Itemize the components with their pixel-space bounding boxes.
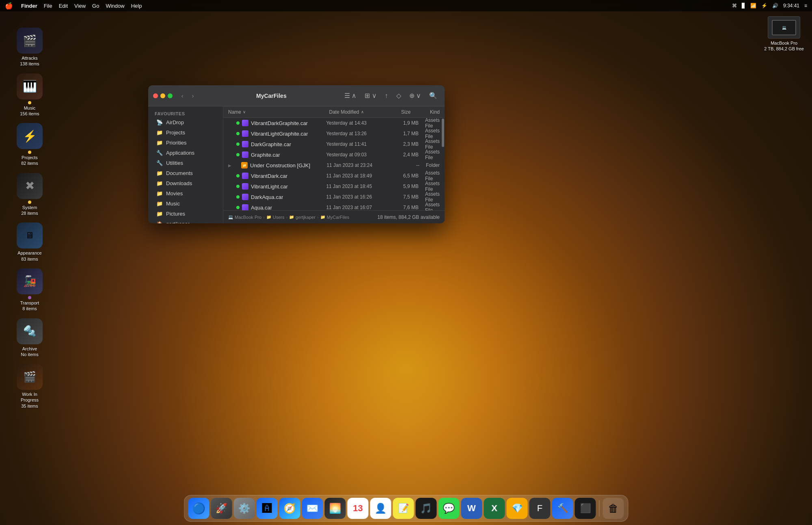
- close-button[interactable]: [153, 93, 158, 98]
- dock-icon-trash[interactable]: 🗑: [603, 498, 624, 519]
- finder-filelist[interactable]: VibrantDarkGraphite.car Yesterday at 14:…: [223, 118, 445, 210]
- menubar-file[interactable]: File: [44, 3, 52, 9]
- dock-separator: [599, 500, 600, 516]
- desktop-icon-attracks[interactable]: 🎬 Attracks138 items: [11, 24, 48, 70]
- dock-icon-sketch[interactable]: 💎: [507, 498, 528, 519]
- menubar-battery: ▊: [742, 3, 745, 9]
- dock-icon-calendar[interactable]: 13: [348, 498, 369, 519]
- menubar-help[interactable]: Help: [131, 3, 142, 9]
- sidebar-item-pictures[interactable]: 📁 Pictures: [150, 209, 221, 218]
- sidebar-item-music[interactable]: 📁 Music: [150, 199, 221, 208]
- expand-icon[interactable]: ▶: [228, 163, 231, 168]
- menubar-view[interactable]: View: [74, 3, 86, 9]
- file-row[interactable]: VibrantLight.car 11 Jan 2023 at 18:45 5,…: [223, 181, 445, 192]
- menubar-wifi[interactable]: 📶: [750, 3, 756, 9]
- scrollbar-thumb[interactable]: [442, 119, 444, 147]
- file-name-label: Aqua.car: [251, 205, 272, 211]
- desktop-icon-macbook[interactable]: 💻 MacBook Pro2 TB, 884,2 GB free: [764, 16, 804, 52]
- menubar-finder[interactable]: Finder: [21, 3, 37, 9]
- sidebar-item-downloads[interactable]: 📁 Downloads: [150, 178, 221, 188]
- apple-menu-icon[interactable]: 🍎: [5, 2, 13, 10]
- dock-icon-word[interactable]: W: [461, 498, 482, 519]
- menubar-edit[interactable]: Edit: [59, 3, 68, 9]
- sidebar-item-utilities[interactable]: 🔧 Utilities: [150, 158, 221, 168]
- col-header-size[interactable]: Size: [401, 109, 430, 115]
- menubar-go[interactable]: Go: [92, 3, 99, 9]
- col-header-name[interactable]: Name ∨: [228, 109, 329, 115]
- dock-icon-photos[interactable]: 🌅: [325, 498, 346, 519]
- dock-icon-terminal[interactable]: ⬛: [575, 498, 596, 519]
- col-header-kind[interactable]: Kind: [430, 109, 440, 115]
- desktop-icon-appearance[interactable]: 🖥 Appearance83 items: [11, 219, 48, 265]
- dock-icon-messages[interactable]: 💬: [438, 498, 460, 519]
- dock-icon-contacts[interactable]: 👤: [370, 498, 391, 519]
- dock-icon-launchpad[interactable]: 🚀: [211, 498, 232, 519]
- view-list-button[interactable]: ☰ ∧: [342, 91, 359, 100]
- desktop-icon-transport[interactable]: 🚂 Transport8 items: [11, 265, 48, 315]
- file-status-indicator: [236, 132, 240, 135]
- file-row[interactable]: DarkAqua.car 11 Jan 2023 at 16:26 7,5 MB…: [223, 192, 445, 202]
- file-size-cell: 2,3 MB: [396, 141, 425, 147]
- menubar-bluetooth[interactable]: ⚡: [761, 3, 767, 9]
- dock-icon-preferences[interactable]: ⚙️: [234, 498, 255, 519]
- file-name-label: VibrantLightGraphite.car: [251, 131, 308, 137]
- sidebar-item-priorities[interactable]: 📁 Priorities: [150, 138, 221, 147]
- menubar-control-center[interactable]: ≡: [804, 3, 807, 9]
- desktop-icon-music-label: Music156 items: [20, 105, 39, 117]
- dock-icon-notes[interactable]: 📝: [393, 498, 414, 519]
- file-type-icon: [242, 183, 248, 190]
- menubar-window[interactable]: Window: [106, 3, 124, 9]
- window-title: MyCarFiles: [201, 93, 342, 99]
- sidebar-item-movies[interactable]: 📁 Movies: [150, 188, 221, 198]
- col-header-date[interactable]: Date Modified ∧: [329, 109, 401, 115]
- sidebar-item-airdrop-label: AirDrop: [166, 119, 184, 125]
- action-button[interactable]: ⊕ ∨: [407, 91, 423, 100]
- desktop-icon-system-label: System28 items: [21, 205, 38, 216]
- forward-button[interactable]: ›: [188, 91, 198, 101]
- file-row[interactable]: VibrantLightGraphite.car Yesterday at 13…: [223, 128, 445, 139]
- sidebar-item-documents[interactable]: 📁 Documents: [150, 168, 221, 178]
- sidebar-item-gertjkaper[interactable]: 🏠 gertjkaper: [150, 219, 221, 223]
- dock-icon-music[interactable]: 🎵: [416, 498, 437, 519]
- finder-columns-header: Name ∨ Date Modified ∧ Size Kind: [223, 106, 445, 118]
- desktop-icon-system[interactable]: ✖ System28 items: [11, 170, 48, 220]
- desktop-icon-archive[interactable]: 🔩 ArchiveNo items: [11, 315, 48, 361]
- file-name-cell: ▶ 📁 Under Construction [GJK]: [228, 162, 326, 169]
- file-row[interactable]: Aqua.car 11 Jan 2023 at 16:07 7,6 MB Ass…: [223, 202, 445, 210]
- desktop-icon-workinprogress-label: Work In Progress35 items: [13, 391, 46, 409]
- file-row[interactable]: DarkGraphite.car Yesterday at 11:41 2,3 …: [223, 139, 445, 149]
- file-row[interactable]: Graphite.car Yesterday at 09:03 2,4 MB A…: [223, 149, 445, 160]
- file-row[interactable]: VibrantDark.car 11 Jan 2023 at 18:49 6,5…: [223, 171, 445, 181]
- dock-icon-excel[interactable]: X: [484, 498, 505, 519]
- scrollbar-track[interactable]: [441, 118, 445, 210]
- share-button[interactable]: ↑: [382, 91, 391, 100]
- minimize-button[interactable]: [160, 93, 165, 98]
- search-button[interactable]: 🔍: [427, 91, 440, 100]
- desktop-icon-workinprogress[interactable]: 🎬 Work In Progress35 items: [11, 361, 48, 412]
- file-name-cell: Aqua.car: [228, 204, 326, 210]
- desktop-icon-projects[interactable]: ⚡ Projects82 items: [11, 120, 48, 170]
- desktop-icon-music[interactable]: 🎹 Music156 items: [11, 70, 48, 120]
- sidebar-item-applications[interactable]: 🔧 Applications: [150, 148, 221, 158]
- dock-icon-appstore[interactable]: 🅰: [257, 498, 278, 519]
- sidebar-item-airdrop[interactable]: 📡 AirDrop: [150, 117, 221, 127]
- dock-icon-safari[interactable]: 🧭: [279, 498, 300, 519]
- file-status-indicator: [236, 143, 240, 146]
- sidebar-item-utilities-label: Utilities: [166, 160, 183, 166]
- tag-button[interactable]: ◇: [394, 91, 404, 100]
- dock-icon-figma[interactable]: F: [529, 498, 551, 519]
- back-button[interactable]: ‹: [177, 91, 187, 101]
- file-size-cell: 2,4 MB: [396, 152, 425, 158]
- maximize-button[interactable]: [168, 93, 173, 98]
- file-row[interactable]: VibrantDarkGraphite.car Yesterday at 14:…: [223, 118, 445, 128]
- file-row[interactable]: ▶ 📁 Under Construction [GJK] 11 Jan 2023…: [223, 160, 445, 171]
- view-grid-button[interactable]: ⊞ ∨: [362, 91, 379, 100]
- path-mycarfiles: 📁 MyCarFiles: [320, 215, 350, 220]
- dock-icon-xcode[interactable]: 🔨: [552, 498, 573, 519]
- dock-icon-mail[interactable]: ✉️: [302, 498, 323, 519]
- file-status-indicator: [235, 164, 239, 167]
- menubar-spotlight[interactable]: ⌘: [732, 3, 737, 9]
- dock-icon-finder[interactable]: 🔵: [188, 498, 209, 519]
- menubar-volume[interactable]: 🔊: [772, 3, 778, 9]
- sidebar-item-projects[interactable]: 📁 Projects: [150, 127, 221, 137]
